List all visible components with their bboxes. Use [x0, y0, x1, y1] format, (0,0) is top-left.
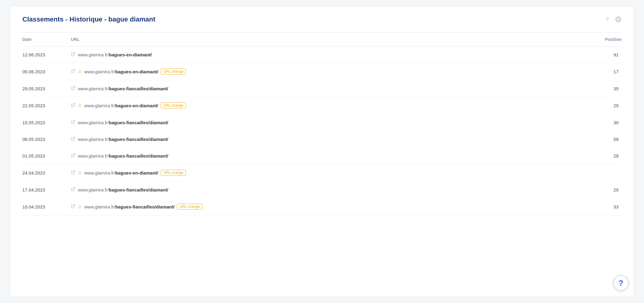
external-link-icon[interactable]: [71, 153, 75, 158]
url-text: www.glamira.fr/bagues-fiancailles/diaman…: [78, 187, 168, 192]
cell-date: 29.05.2023: [22, 80, 71, 97]
external-link-icon[interactable]: [71, 204, 75, 209]
table-row: 01.05.2023www.glamira.fr/bagues-fiancail…: [22, 148, 622, 164]
col-header-date: Date: [22, 33, 71, 46]
table-row: 05.06.2023⚠www.glamira.fr/bagues-en-diam…: [22, 63, 622, 80]
header-actions: ?: [604, 16, 622, 23]
cell-position: 35: [559, 80, 622, 97]
cell-position: [559, 164, 622, 181]
warning-icon: ⚠: [78, 69, 82, 74]
svg-line-2: [73, 69, 75, 72]
url-change-badge: URL change: [177, 204, 202, 210]
svg-line-5: [73, 120, 75, 122]
cell-date: 08.05.2023: [22, 131, 71, 148]
cell-url: www.glamira.fr/bagues-fiancailles/diaman…: [71, 114, 559, 131]
cell-url: www.glamira.fr/bagues-fiancailles/diaman…: [71, 80, 559, 97]
url-text: www.glamira.fr/bagues-en-diamant/: [84, 69, 158, 74]
table-row: 10.04.2023⚠www.glamira.fr/bagues-fiancai…: [22, 198, 622, 215]
cell-url: www.glamira.fr/bagues-fiancailles/diaman…: [71, 148, 559, 164]
cell-url: ⚠www.glamira.fr/bagues-fiancailles/diama…: [71, 198, 559, 215]
cell-url: ⚠www.glamira.fr/bagues-en-diamant/URL ch…: [71, 63, 559, 80]
external-link-icon[interactable]: [71, 187, 75, 192]
external-link-icon[interactable]: [71, 86, 75, 91]
cell-position: 28: [559, 148, 622, 164]
url-change-badge: URL change: [161, 170, 186, 176]
url-text: www.glamira.fr/bagues-en-diamant/: [78, 52, 152, 57]
cell-url: www.glamira.fr/bagues-en-diamant/: [71, 46, 559, 63]
url-text: www.glamira.fr/bagues-fiancailles/diaman…: [78, 137, 168, 142]
table-row: 24.04.2023⚠www.glamira.fr/bagues-en-diam…: [22, 164, 622, 181]
external-link-icon[interactable]: [71, 170, 75, 175]
col-header-position: Position: [559, 33, 622, 46]
external-link-icon[interactable]: [71, 120, 75, 125]
url-text: www.glamira.fr/bagues-fiancailles/diaman…: [78, 120, 168, 125]
url-text: www.glamira.fr/bagues-fiancailles/diaman…: [78, 86, 168, 91]
history-table: Date URL Position 12.06.2023www.glamira.…: [22, 32, 622, 215]
url-change-badge: URL change: [161, 68, 186, 75]
cell-date: 01.05.2023: [22, 148, 71, 164]
cell-date: 05.06.2023: [22, 63, 71, 80]
warning-icon: ⚠: [78, 204, 82, 209]
external-link-icon[interactable]: [71, 52, 75, 57]
page-header: Classements - Historique - bague diamant…: [22, 15, 622, 23]
cell-position: 17: [559, 63, 622, 80]
table-header-row: Date URL Position: [22, 33, 622, 46]
external-link-icon[interactable]: [71, 69, 75, 74]
svg-point-0: [618, 19, 619, 20]
svg-line-1: [73, 52, 75, 55]
cell-position: 91: [559, 46, 622, 63]
svg-line-10: [73, 205, 75, 207]
warning-icon: ⚠: [78, 170, 82, 175]
table-row: 17.04.2023www.glamira.fr/bagues-fiancail…: [22, 181, 622, 198]
external-link-icon[interactable]: [71, 136, 75, 142]
cell-date: 10.04.2023: [22, 198, 71, 215]
cell-url: ⚠www.glamira.fr/bagues-en-diamant/URL ch…: [71, 97, 559, 114]
url-text: www.glamira.fr/bagues-fiancailles/diaman…: [78, 153, 168, 158]
svg-line-8: [73, 171, 75, 173]
cell-position: 30: [559, 114, 622, 131]
table-row: 22.05.2023⚠www.glamira.fr/bagues-en-diam…: [22, 97, 622, 114]
help-fab-button[interactable]: ?: [613, 275, 629, 291]
cell-url: www.glamira.fr/bagues-fiancailles/diaman…: [71, 181, 559, 198]
cell-date: 17.04.2023: [22, 181, 71, 198]
external-link-icon[interactable]: [71, 103, 75, 108]
warning-icon: ⚠: [78, 103, 82, 108]
cell-url: ⚠www.glamira.fr/bagues-en-diamant/URL ch…: [71, 164, 559, 181]
url-text: www.glamira.fr/bagues-en-diamant/: [84, 170, 158, 175]
gear-icon[interactable]: [615, 16, 622, 23]
cell-date: 12.06.2023: [22, 46, 71, 63]
cell-date: 22.05.2023: [22, 97, 71, 114]
url-change-badge: URL change: [161, 102, 186, 108]
cell-url: www.glamira.fr/bagues-fiancailles/diaman…: [71, 131, 559, 148]
svg-line-3: [73, 86, 75, 88]
cell-position: 29: [559, 97, 622, 114]
main-container: Classements - Historique - bague diamant…: [10, 6, 634, 297]
cell-date: 15.05.2023: [22, 114, 71, 131]
svg-line-9: [73, 188, 75, 190]
svg-line-7: [73, 154, 75, 156]
table-row: 08.05.2023www.glamira.fr/bagues-fiancail…: [22, 131, 622, 148]
svg-line-4: [73, 103, 75, 105]
page-title: Classements - Historique - bague diamant: [22, 15, 155, 23]
table-row: 15.05.2023www.glamira.fr/bagues-fiancail…: [22, 114, 622, 131]
cell-position: 33: [559, 198, 622, 215]
url-text: www.glamira.fr/bagues-fiancailles/diaman…: [84, 204, 174, 209]
cell-position: 58: [559, 131, 622, 148]
cell-date: 24.04.2023: [22, 164, 71, 181]
table-row: 12.06.2023www.glamira.fr/bagues-en-diama…: [22, 46, 622, 63]
cell-position: 29: [559, 181, 622, 198]
url-text: www.glamira.fr/bagues-en-diamant/: [84, 103, 158, 108]
svg-line-6: [73, 137, 75, 139]
col-header-url: URL: [71, 33, 559, 46]
table-row: 29.05.2023www.glamira.fr/bagues-fiancail…: [22, 80, 622, 97]
help-icon[interactable]: ?: [604, 16, 611, 23]
